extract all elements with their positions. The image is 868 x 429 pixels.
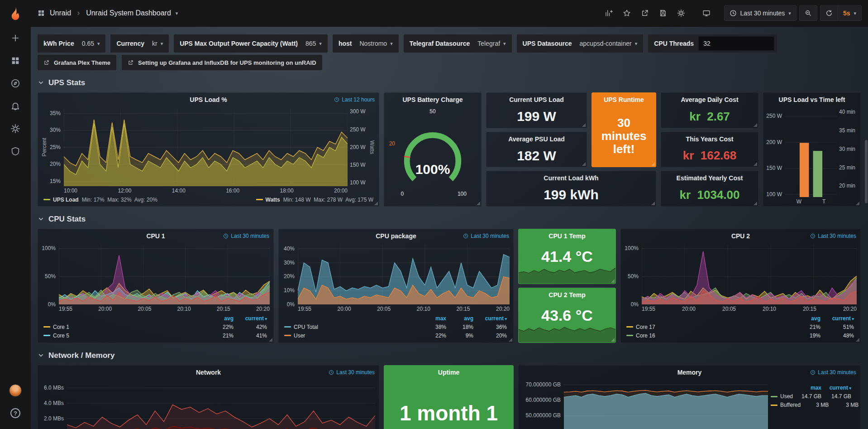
- refresh-interval-button[interactable]: 5s ▾: [838, 6, 861, 20]
- grafana-logo[interactable]: [0, 0, 31, 27]
- refresh-group: 5s ▾: [820, 5, 862, 21]
- variable-value-dropdown[interactable]: 865▾: [302, 40, 325, 47]
- series-color-dash: [43, 199, 50, 200]
- share-button[interactable]: [637, 5, 653, 21]
- section-header-network-memory[interactable]: Network / Memory: [38, 350, 861, 361]
- sidebar-item-server-admin[interactable]: [0, 140, 31, 163]
- section-header-cpu-stats[interactable]: CPU Stats: [38, 213, 861, 225]
- panel-title[interactable]: CPU 1 Temp: [519, 229, 615, 242]
- legend-col-current[interactable]: current: [821, 385, 851, 391]
- panel-title[interactable]: Average Daily Cost: [661, 93, 758, 106]
- legend-series-row[interactable]: Used 14.7 GB 14.7 GB: [771, 392, 851, 401]
- panel-title[interactable]: Uptime: [384, 366, 513, 378]
- dashboard-link-plex-theme[interactable]: Grafana Plex Theme: [38, 55, 116, 70]
- legend-col-current[interactable]: current: [473, 315, 507, 322]
- grafana-app: ? Unraid Unraid System Dashboard ▾ Last …: [0, 0, 868, 429]
- caret-down-icon[interactable]: ▾: [176, 11, 178, 16]
- panel-title[interactable]: Estimated Yearly Cost: [661, 171, 758, 184]
- variable-value-dropdown[interactable]: Nostromo▾: [356, 40, 396, 47]
- cpu-package-chart[interactable]: [298, 245, 510, 305]
- x-axis: 19:5520:0020:0520:1020:1520:20: [59, 304, 270, 313]
- legend-col-current[interactable]: current: [820, 315, 854, 322]
- stat-value: 182 W: [486, 145, 587, 167]
- scrollbar-thumb[interactable]: [865, 140, 868, 203]
- chevron-right-icon: [76, 10, 81, 16]
- panel-title[interactable]: Network: [38, 366, 379, 378]
- panel-time-override[interactable]: Last 30 minutes: [223, 233, 269, 239]
- legend-col-avg[interactable]: avg: [205, 315, 234, 322]
- legend-series-row[interactable]: CPU Total 38% 18% 36%: [284, 323, 507, 331]
- load-vs-time-chart[interactable]: [785, 108, 837, 198]
- dashboard-link-ups-guide[interactable]: Setting up Grafana and InfluxDB for UPS …: [122, 55, 322, 70]
- time-range-button[interactable]: Last 30 minutes ▾: [725, 6, 796, 20]
- variable-value-dropdown[interactable]: apcupsd-container▾: [577, 40, 641, 47]
- series-color-dash: [43, 335, 50, 336]
- legend: UPS LoadMin: 17% Max: 32% Avg: 20% Watts…: [38, 195, 379, 206]
- legend-series-row[interactable]: User 22% 9% 20%: [284, 331, 507, 340]
- sidebar-item-alerting[interactable]: [0, 95, 31, 117]
- ups-stats-grid: Current UPS Load 199 W UPS Runtime 30 mi…: [486, 92, 656, 207]
- sidebar-item-help[interactable]: ?: [0, 402, 31, 424]
- panel-time-override[interactable]: Last 30 minutes: [810, 369, 856, 376]
- star-button[interactable]: [619, 5, 634, 21]
- zoom-out-button[interactable]: [800, 6, 817, 20]
- panel-title[interactable]: Memory: [519, 366, 860, 378]
- panel-title[interactable]: UPS Load %: [38, 93, 379, 106]
- panel-time-override[interactable]: Last 30 minutes: [810, 233, 856, 239]
- variable-host: host Nostromo▾: [333, 34, 399, 53]
- legend-col-max[interactable]: max: [793, 385, 821, 391]
- legend-series-row[interactable]: Core 1 22% 42%: [43, 323, 267, 331]
- memory-chart[interactable]: [564, 381, 768, 429]
- legend-col-max[interactable]: max: [419, 315, 446, 322]
- cpu-threads-input[interactable]: [698, 36, 774, 51]
- breadcrumb-folder[interactable]: Unraid: [50, 9, 71, 17]
- variable-value-dropdown[interactable]: kr▾: [149, 40, 166, 47]
- variable-value-dropdown[interactable]: 0.65▾: [79, 40, 103, 47]
- save-button[interactable]: [655, 5, 671, 21]
- panel-title[interactable]: CPU 2 Temp: [519, 288, 615, 301]
- add-panel-button[interactable]: [601, 5, 616, 21]
- network-chart[interactable]: [67, 381, 375, 429]
- legend-series-row[interactable]: Core 5 21% 41%: [43, 331, 267, 340]
- cpu2-chart[interactable]: [642, 245, 857, 305]
- cpu1-chart[interactable]: [59, 245, 270, 305]
- legend-col-avg[interactable]: avg: [792, 315, 820, 322]
- panel-title[interactable]: Current UPS Load: [486, 93, 587, 106]
- variable-ups-datasource: UPS Datasource apcupsd-container▾: [517, 34, 644, 53]
- panel-time-override[interactable]: Last 12 hours: [334, 96, 375, 103]
- legend-col-avg[interactable]: avg: [446, 315, 473, 322]
- legend-series-ups-load[interactable]: UPS LoadMin: 17% Max: 32% Avg: 20%: [43, 197, 157, 203]
- ups-panels-row: UPS Load % Last 12 hours Percent 35%30%2…: [38, 92, 861, 207]
- refresh-button[interactable]: [820, 6, 838, 20]
- sidebar-item-create[interactable]: [0, 27, 31, 49]
- section-title: CPU Stats: [48, 215, 86, 224]
- series-color-dash: [256, 199, 263, 200]
- breadcrumb-dashboard-title[interactable]: Unraid System Dashboard: [86, 9, 171, 17]
- panel-time-override[interactable]: Last 30 minutes: [463, 233, 509, 239]
- panel-title[interactable]: Current Load kWh: [486, 171, 656, 184]
- panel-title[interactable]: UPS Load vs Time left: [763, 93, 860, 106]
- sidebar-item-explore[interactable]: [0, 72, 31, 95]
- legend-col-current[interactable]: current: [234, 315, 267, 322]
- variable-value-dropdown[interactable]: Telegraf▾: [474, 40, 509, 47]
- section-header-ups-stats[interactable]: UPS Stats: [38, 77, 861, 88]
- panel-title[interactable]: This Years Cost: [661, 132, 758, 145]
- series-color-dash: [771, 396, 777, 397]
- panel-title[interactable]: Average PSU Load: [486, 132, 587, 145]
- legend-series-watts[interactable]: WattsMin: 148 W Max: 278 W Avg: 175 W: [256, 197, 373, 203]
- panel-title[interactable]: UPS Runtime: [592, 93, 656, 106]
- dashboard-links: Grafana Plex Theme Setting up Grafana an…: [38, 55, 861, 70]
- legend-series-row[interactable]: Buffered 3 MB 3 MB: [771, 401, 851, 410]
- dashboard-settings-button[interactable]: [673, 5, 689, 21]
- caret-down-icon: ▾: [635, 41, 638, 46]
- legend-series-row[interactable]: Core 16 19% 48%: [626, 331, 854, 340]
- breadcrumb: Unraid Unraid System Dashboard ▾: [37, 9, 178, 17]
- sidebar-item-profile[interactable]: [0, 379, 31, 402]
- cycle-view-button[interactable]: [699, 5, 714, 21]
- sidebar-item-configuration[interactable]: [0, 117, 31, 140]
- legend-series-row[interactable]: Core 17 21% 51%: [626, 323, 854, 331]
- sidebar-item-dashboards[interactable]: [0, 49, 31, 72]
- panel-time-override[interactable]: Last 30 minutes: [329, 369, 375, 376]
- panel-title[interactable]: UPS Battery Charge: [384, 93, 481, 106]
- ups-load-chart[interactable]: [64, 108, 348, 187]
